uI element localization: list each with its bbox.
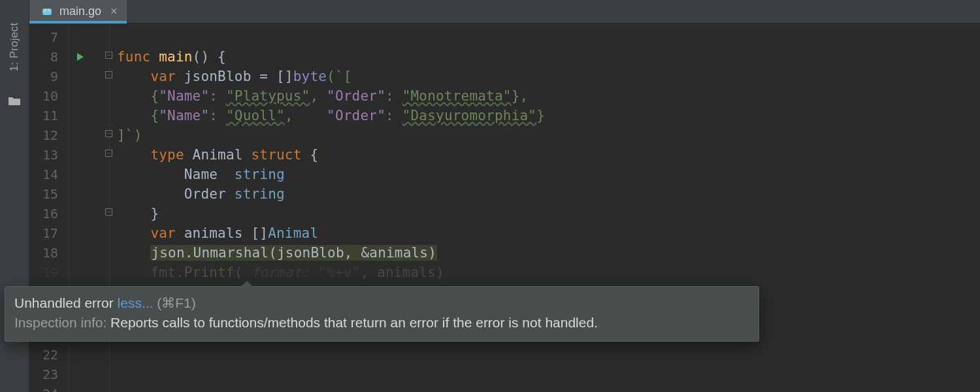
close-icon[interactable]: × xyxy=(108,5,120,18)
line-number: 24 xyxy=(29,386,69,392)
fold-icon[interactable]: – xyxy=(105,71,112,78)
line-number: 17 xyxy=(29,225,69,241)
warning-highlight: json.Unmarshal(jsonBlob, &animals) xyxy=(150,245,437,261)
fold-icon[interactable]: – xyxy=(105,150,112,157)
line-number: 18 xyxy=(29,245,69,261)
line-number: 10 xyxy=(29,88,69,104)
line-number: 23 xyxy=(29,367,69,382)
line-number: 19 xyxy=(29,265,69,280)
dimmed-row: 19 fmt.Printf( format: "%+v", animals) xyxy=(29,263,980,282)
project-tool-label[interactable]: 1: Project xyxy=(8,23,21,72)
svg-point-2 xyxy=(44,10,45,10)
tooltip-info-label: Inspection info: xyxy=(14,315,110,330)
line-number: 16 xyxy=(29,206,69,221)
project-folder-icon[interactable] xyxy=(8,94,21,105)
fold-icon[interactable]: – xyxy=(105,52,112,59)
line-number: 15 xyxy=(29,186,69,202)
line-number: 12 xyxy=(29,127,69,143)
run-gutter-icon[interactable] xyxy=(75,49,84,65)
fold-end-icon[interactable]: – xyxy=(105,130,112,137)
go-file-icon xyxy=(41,5,53,17)
tooltip-arrow-icon xyxy=(240,281,253,287)
line-number: 9 xyxy=(29,69,69,84)
editor-tab-bar: main.go × xyxy=(29,0,980,24)
svg-rect-0 xyxy=(42,8,52,15)
tooltip-shortcut: (⌘F1) xyxy=(157,295,196,310)
tab-filename: main.go xyxy=(59,5,101,18)
line-number: 7 xyxy=(29,29,69,45)
tooltip-less-link[interactable]: less... xyxy=(118,295,154,310)
svg-point-4 xyxy=(48,10,49,10)
fold-end-icon[interactable]: – xyxy=(105,208,112,216)
tooltip-info-text: Reports calls to functions/methods that … xyxy=(110,315,598,330)
tab-main-go[interactable]: main.go × xyxy=(29,0,127,23)
line-number: 14 xyxy=(29,167,69,182)
line-number: 22 xyxy=(29,347,69,363)
inspection-tooltip: Unhandled error less... (⌘F1) Inspection… xyxy=(5,286,759,342)
line-number: 13 xyxy=(29,147,69,163)
line-number: 11 xyxy=(29,108,69,123)
line-number: 8 xyxy=(29,49,69,65)
tooltip-title: Unhandled error xyxy=(14,295,118,310)
